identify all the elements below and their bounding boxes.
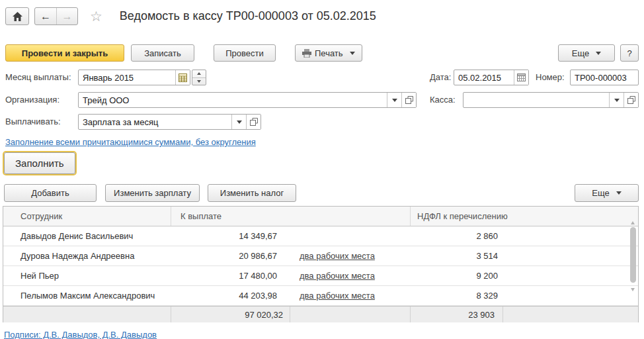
- pay-field: [78, 114, 261, 130]
- table-row[interactable]: Дурова Надежда Андреевна 20 986,67 два р…: [3, 246, 638, 266]
- add-row-button[interactable]: Добавить: [4, 184, 97, 202]
- workplaces-link[interactable]: два рабочих места: [300, 291, 375, 301]
- pay-input[interactable]: [79, 115, 231, 129]
- workplaces-link[interactable]: два рабочих места: [300, 251, 375, 261]
- top-navigation: ← → ☆ Ведомость в кассу ТР00-000003 от 0…: [5, 7, 376, 25]
- command-toolbar: Провести и закрыть Записать Провести Печ…: [5, 44, 639, 62]
- organization-input[interactable]: [79, 93, 387, 107]
- payout-cell: 44 203,98 два рабочих места: [171, 291, 411, 301]
- table-totals-row: 97 020,32 23 903: [3, 306, 638, 322]
- organization-field: [78, 92, 417, 108]
- more-dropdown-arrow-icon: [616, 191, 622, 195]
- print-button[interactable]: Печать: [295, 44, 362, 62]
- table-body: Давыдов Денис Васильевич 14 349,67 2 860…: [3, 226, 638, 306]
- chevron-down-icon: [392, 99, 397, 102]
- window: ← → ☆ Ведомость в кассу ТР00-000003 от 0…: [0, 0, 644, 339]
- table-row[interactable]: Давыдов Денис Васильевич 14 349,67 2 860: [3, 226, 638, 246]
- calendar-gray-icon: [517, 73, 526, 81]
- month-step-up-button[interactable]: [192, 70, 206, 78]
- employee-name-cell: Давыдов Денис Васильевич: [3, 231, 171, 241]
- printer-icon: [302, 49, 311, 58]
- pay-label: Выплачивать:: [5, 114, 61, 130]
- payout-cell: 20 986,67 два рабочих места: [171, 251, 411, 261]
- month-calendar-button[interactable]: [175, 70, 190, 85]
- organization-dropdown-button[interactable]: [387, 93, 401, 107]
- edit-tax-button[interactable]: Изменить налог: [208, 184, 296, 202]
- open-link-icon: [405, 96, 413, 104]
- post-button[interactable]: Провести: [214, 44, 276, 62]
- page-title: Ведомость в кассу ТР00-000003 от 05.02.2…: [120, 9, 376, 23]
- open-link-icon: [627, 96, 635, 104]
- date-calendar-button[interactable]: [514, 70, 528, 85]
- history-nav: ← →: [34, 7, 78, 25]
- favorite-star-icon[interactable]: ☆: [90, 9, 102, 23]
- forward-button[interactable]: →: [56, 8, 77, 24]
- payout-amount: 44 203,98: [171, 291, 277, 301]
- pay-open-button[interactable]: [246, 115, 261, 129]
- total-payout: 97 020,32: [171, 307, 290, 322]
- edit-salary-button[interactable]: Изменить зарплату: [105, 184, 200, 202]
- pay-dropdown-button[interactable]: [231, 115, 246, 129]
- fill-options-link[interactable]: Заполнение всеми причитающимися суммами,…: [5, 137, 256, 147]
- back-button[interactable]: ←: [35, 8, 56, 24]
- month-field: [78, 70, 190, 85]
- total-tax: 23 903: [411, 307, 503, 322]
- tax-amount-cell: 9 200: [411, 271, 498, 281]
- organization-open-button[interactable]: [401, 93, 416, 107]
- column-header-payout[interactable]: К выплате: [171, 207, 411, 226]
- payout-amount: 17 480,00: [171, 271, 277, 281]
- more-dropdown-arrow-icon: [596, 52, 601, 55]
- month-label: Месяц выплаты:: [5, 70, 71, 85]
- workplaces-link[interactable]: два рабочих места: [300, 271, 375, 281]
- save-button[interactable]: Записать: [131, 44, 194, 62]
- toolbar-more-button[interactable]: Еще: [558, 44, 615, 62]
- employee-name-cell: Дурова Надежда Андреевна: [3, 251, 171, 261]
- table-row[interactable]: Ней Пьер 17 480,00 два рабочих места 9 2…: [3, 266, 638, 286]
- scroll-up-button[interactable]: [631, 211, 635, 221]
- cashbox-label: Касса:: [430, 92, 456, 108]
- column-header-tax[interactable]: НДФЛ к перечислению: [411, 207, 638, 226]
- tax-amount-cell: 3 514: [411, 251, 498, 261]
- chevron-down-icon: [614, 99, 620, 102]
- month-input[interactable]: [79, 70, 175, 85]
- payout-amount: 14 349,67: [171, 231, 277, 241]
- open-link-icon: [250, 118, 258, 126]
- table-row[interactable]: Пелымов Максим Александрович 44 203,98 д…: [3, 286, 638, 306]
- cashbox-input[interactable]: [463, 93, 609, 107]
- month-stepper: [192, 70, 206, 85]
- payout-cell: 14 349,67: [171, 231, 411, 241]
- organization-label: Организация:: [5, 92, 60, 108]
- payout-amount: 20 986,67: [171, 251, 277, 261]
- table-scrollbar: [629, 209, 637, 320]
- help-button[interactable]: ?: [620, 44, 639, 62]
- payout-cell: 17 480,00 два рабочих места: [171, 271, 411, 281]
- date-input[interactable]: [454, 70, 514, 85]
- chevron-down-icon: [237, 121, 242, 124]
- table-header-row: Сотрудник К выплате НДФЛ к перечислению: [3, 207, 638, 226]
- home-icon: [13, 12, 22, 21]
- date-label: Дата:: [430, 70, 451, 85]
- column-header-employee[interactable]: Сотрудник: [3, 207, 171, 226]
- number-label: Номер:: [536, 70, 565, 85]
- number-field: [570, 70, 639, 85]
- post-and-close-button[interactable]: Провести и закрыть: [5, 44, 124, 62]
- month-step-down-button[interactable]: [192, 78, 206, 85]
- cashbox-field: [463, 92, 639, 108]
- number-input[interactable]: [571, 70, 638, 85]
- employee-name-cell: Ней Пьер: [3, 271, 171, 281]
- cashbox-dropdown-button[interactable]: [609, 93, 624, 107]
- cashbox-open-button[interactable]: [624, 93, 638, 107]
- date-field: [454, 70, 529, 85]
- table-more-button[interactable]: Еще: [575, 184, 639, 202]
- home-button[interactable]: [5, 7, 29, 25]
- print-dropdown-arrow-icon[interactable]: [350, 52, 355, 55]
- signatures-link[interactable]: Подписи: Д.В. Давыдов, Д.В. Давыдов: [4, 330, 157, 339]
- scrollbar-thumb[interactable]: [630, 227, 636, 283]
- scroll-down-button[interactable]: [631, 291, 635, 301]
- employees-table: Сотрудник К выплате НДФЛ к перечислению …: [3, 206, 639, 322]
- employee-name-cell: Пелымов Максим Александрович: [3, 291, 171, 301]
- table-toolbar: Добавить Изменить зарплату Изменить нало…: [4, 184, 639, 202]
- fill-button[interactable]: Заполнить: [4, 152, 75, 174]
- tax-amount-cell: 8 329: [411, 291, 498, 301]
- tax-amount-cell: 2 860: [411, 231, 498, 241]
